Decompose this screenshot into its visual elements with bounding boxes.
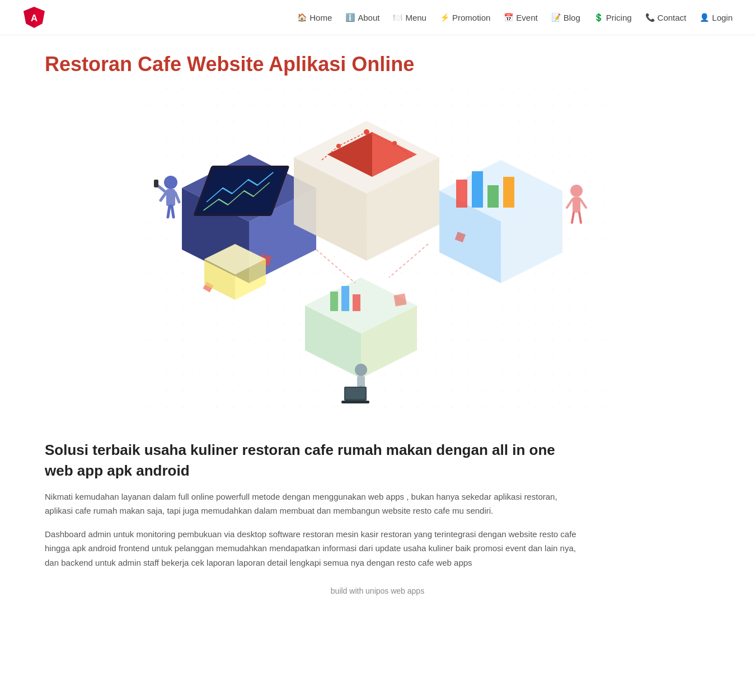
svg-rect-58 xyxy=(393,294,406,307)
section-heading: Solusi terbaik usaha kuliner restoran ca… xyxy=(45,440,582,481)
svg-point-38 xyxy=(570,185,583,197)
svg-line-15 xyxy=(172,206,173,217)
nav-item-home[interactable]: 🏠 Home xyxy=(297,13,332,22)
home-icon: 🏠 xyxy=(297,13,307,22)
svg-rect-54 xyxy=(345,388,365,399)
nav-link-event[interactable]: 📅 Event xyxy=(504,13,537,22)
nav-link-menu[interactable]: 🍽️ Menu xyxy=(393,13,426,22)
nav-link-pricing[interactable]: 💲 Pricing xyxy=(594,13,632,22)
svg-rect-11 xyxy=(166,189,175,206)
nav-label-about: About xyxy=(358,13,379,22)
hero-illustration-container xyxy=(45,87,710,423)
nav-item-pricing[interactable]: 💲 Pricing xyxy=(594,13,632,22)
event-icon: 📅 xyxy=(504,13,513,22)
nav-label-contact: Contact xyxy=(658,13,687,22)
svg-rect-37 xyxy=(503,177,514,208)
svg-rect-48 xyxy=(341,286,349,311)
svg-rect-49 xyxy=(353,294,360,311)
nav-link-promotion[interactable]: ⚡ Promotion xyxy=(440,13,490,22)
hero-illustration-svg xyxy=(148,87,607,423)
section-para-1: Nikmati kemudahan layanan dalam full onl… xyxy=(45,490,582,518)
page-title: Restoran Cafe Website Aplikasi Online xyxy=(45,52,710,76)
menu-icon: 🍽️ xyxy=(393,13,402,22)
nav-links: 🏠 Home ℹ️ About 🍽️ Menu ⚡ Promotion 📅 xyxy=(297,13,733,22)
nav-link-contact[interactable]: 📞 Contact xyxy=(645,13,687,22)
nav-label-home: Home xyxy=(309,13,332,22)
nav-label-pricing: Pricing xyxy=(606,13,632,22)
svg-line-14 xyxy=(168,206,170,217)
nav-item-menu[interactable]: 🍽️ Menu xyxy=(393,13,426,22)
nav-item-blog[interactable]: 📝 Blog xyxy=(551,13,580,22)
nav-label-promotion: Promotion xyxy=(452,13,490,22)
pricing-icon: 💲 xyxy=(594,13,603,22)
nav-link-home[interactable]: 🏠 Home xyxy=(297,13,332,22)
login-icon: 👤 xyxy=(700,13,709,22)
svg-rect-17 xyxy=(154,180,158,187)
footer-build-text: build with unipos web apps xyxy=(45,586,710,607)
nav-label-blog: Blog xyxy=(564,13,580,22)
logo[interactable]: A xyxy=(22,6,46,29)
promotion-icon: ⚡ xyxy=(440,13,449,22)
svg-text:A: A xyxy=(31,13,37,24)
svg-rect-47 xyxy=(330,292,338,311)
svg-point-50 xyxy=(355,364,367,376)
nav-item-event[interactable]: 📅 Event xyxy=(504,13,537,22)
contact-icon: 📞 xyxy=(645,13,655,22)
section-para-2: Dashboard admin untuk monitoring pembuku… xyxy=(45,527,582,570)
svg-rect-55 xyxy=(341,401,369,403)
nav-link-login[interactable]: 👤 Login xyxy=(700,13,733,22)
nav-item-about[interactable]: ℹ️ About xyxy=(345,13,379,22)
about-icon: ℹ️ xyxy=(345,13,355,22)
nav-link-about[interactable]: ℹ️ About xyxy=(345,13,379,22)
nav-label-event: Event xyxy=(516,13,537,22)
nav-item-promotion[interactable]: ⚡ Promotion xyxy=(440,13,490,22)
nav-label-menu: Menu xyxy=(405,13,426,22)
nav-link-blog[interactable]: 📝 Blog xyxy=(551,13,580,22)
svg-point-10 xyxy=(164,176,177,189)
blog-icon: 📝 xyxy=(551,13,561,22)
nav-item-login[interactable]: 👤 Login xyxy=(700,13,733,22)
svg-rect-39 xyxy=(573,197,580,213)
nav-label-login: Login xyxy=(712,13,733,22)
navbar: A 🏠 Home ℹ️ About 🍽️ Menu ⚡ Promotion xyxy=(0,0,755,35)
svg-rect-35 xyxy=(472,171,483,208)
nav-item-contact[interactable]: 📞 Contact xyxy=(645,13,687,22)
svg-rect-36 xyxy=(487,185,499,208)
main-content: Restoran Cafe Website Aplikasi Online xyxy=(0,35,755,618)
svg-rect-34 xyxy=(456,180,467,208)
brand-logo-icon: A xyxy=(22,6,46,29)
